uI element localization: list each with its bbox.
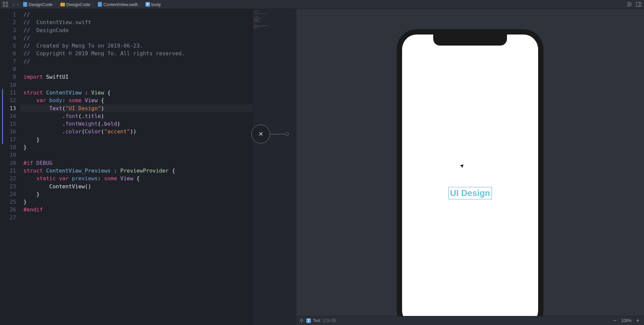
breadcrumb-item[interactable]: DesignCode: [23, 2, 53, 7]
line-number: 2: [0, 18, 16, 26]
code-line[interactable]: }: [20, 136, 253, 143]
line-number: 19: [0, 151, 16, 159]
element-type-icon: T: [306, 318, 311, 323]
code-line[interactable]: // DesignCode: [20, 26, 253, 34]
code-line[interactable]: }: [20, 198, 253, 206]
preview-canvas[interactable]: UI Design ➤: [296, 9, 644, 316]
code-line[interactable]: [20, 214, 253, 221]
file-icon: [23, 2, 27, 7]
line-number: 4: [0, 34, 16, 42]
code-line[interactable]: [20, 65, 253, 73]
close-control-handle: ✕: [251, 125, 289, 143]
breadcrumb-label: ContentView.swift: [103, 2, 137, 7]
code-line[interactable]: static var previews: some View {: [20, 175, 253, 182]
preview-status-bar: T Text 123×35 − 100% +: [296, 316, 644, 325]
code-line[interactable]: ContentView(): [20, 183, 253, 190]
code-line[interactable]: var body: some View {: [20, 96, 253, 104]
code-line[interactable]: #endif: [20, 206, 253, 213]
code-line[interactable]: struct ContentView : View {: [20, 89, 253, 96]
code-line[interactable]: // ContentView.swift: [20, 18, 253, 26]
line-number: 26: [0, 206, 16, 213]
breadcrumb-separator: 〉: [92, 1, 96, 7]
line-number: 10: [0, 81, 16, 89]
code-line[interactable]: Text("UI Design"): [20, 105, 253, 112]
code-line[interactable]: import SwiftUI: [20, 73, 253, 81]
element-type-label: Text: [313, 318, 320, 323]
code-line[interactable]: //: [20, 34, 253, 42]
line-number: 27: [0, 214, 16, 221]
nav-right-controls: [627, 2, 641, 7]
code-line[interactable]: }: [20, 143, 253, 151]
svg-rect-8: [636, 2, 641, 6]
line-number: 18: [0, 143, 16, 151]
code-line[interactable]: #if DEBUG: [20, 159, 253, 167]
phone-frame: UI Design ➤: [397, 29, 543, 316]
line-number: 20: [0, 159, 16, 167]
breadcrumb-item[interactable]: DesignCode: [60, 2, 90, 7]
zoom-controls: − 100% +: [612, 318, 641, 324]
code-line[interactable]: [20, 81, 253, 89]
code-line[interactable]: // Created by Meng To on 2019-06-23.: [20, 42, 253, 50]
line-number: 23: [0, 183, 16, 190]
line-number: 5: [0, 42, 16, 50]
element-size-label: 123×35: [322, 318, 336, 323]
view-grid-icon[interactable]: [3, 2, 8, 7]
file-icon: [98, 2, 102, 7]
line-number: 22: [0, 175, 16, 182]
code-line[interactable]: //: [20, 11, 253, 18]
svg-rect-3: [6, 5, 8, 7]
preview-pane: UI Design ➤ T Text 123×35 − 100% +: [296, 9, 644, 325]
line-number: 6: [0, 50, 16, 57]
pin-icon[interactable]: [300, 319, 304, 323]
breadcrumb-label: DesignCode: [66, 2, 90, 7]
breadcrumb: DesignCode〉DesignCode〉ContentView.swift〉…: [23, 1, 161, 7]
code-line[interactable]: // Copyright © 2019 Meng To. All rights …: [20, 50, 253, 57]
breadcrumb-separator: 〉: [54, 1, 59, 7]
breadcrumb-separator: 〉: [139, 1, 144, 7]
editor-pane[interactable]: 1234567891011121314151617181920212223242…: [0, 9, 296, 325]
line-number: 25: [0, 198, 16, 206]
line-number: 9: [0, 73, 16, 81]
line-number: 24: [0, 190, 16, 198]
code-line[interactable]: //: [20, 58, 253, 65]
phone-screen[interactable]: UI Design ➤: [402, 35, 538, 316]
related-items-icon[interactable]: [627, 2, 633, 7]
line-number: 3: [0, 26, 16, 34]
back-arrow[interactable]: ‹: [11, 2, 16, 7]
handle-endpoint[interactable]: [285, 132, 289, 136]
top-nav-bar: ‹ › DesignCode〉DesignCode〉ContentView.sw…: [0, 0, 644, 9]
minimap[interactable]: //// ContentView.swift// DesignCode//// …: [253, 9, 296, 325]
line-number: 7: [0, 58, 16, 65]
folder-icon: [60, 3, 65, 6]
svg-rect-0: [3, 2, 5, 4]
code-line[interactable]: }: [20, 190, 253, 198]
code-line[interactable]: .color(Color("accent")): [20, 128, 253, 135]
main-content: 1234567891011121314151617181920212223242…: [0, 9, 644, 325]
code-line[interactable]: .fontWeight(.bold): [20, 120, 253, 128]
minimap-content: //// ContentView.swift// DesignCode//// …: [254, 10, 294, 31]
line-number: 21: [0, 167, 16, 175]
svg-rect-4: [628, 2, 629, 6]
close-button[interactable]: ✕: [251, 125, 270, 143]
breadcrumb-label: body: [151, 2, 161, 7]
forward-arrow[interactable]: ›: [16, 2, 20, 7]
zoom-level-label: 100%: [621, 318, 632, 323]
code-line[interactable]: [20, 151, 253, 159]
zoom-out-button[interactable]: −: [612, 318, 618, 324]
change-indicator-bar: [2, 89, 3, 144]
line-number: 8: [0, 65, 16, 73]
line-number: 1: [0, 11, 16, 18]
cursor-icon: ➤: [458, 162, 466, 170]
property-icon: P: [145, 2, 150, 7]
code-line[interactable]: .font(.title): [20, 112, 253, 120]
breadcrumb-item[interactable]: ContentView.swift: [98, 2, 137, 7]
code-area[interactable]: //// ContentView.swift// DesignCode//// …: [20, 9, 253, 325]
phone-notch: [433, 35, 507, 46]
split-editor-icon[interactable]: [636, 2, 641, 7]
breadcrumb-item[interactable]: Pbody: [145, 2, 161, 7]
code-line[interactable]: struct ContentView_Previews : PreviewPro…: [20, 167, 253, 175]
preview-text-element[interactable]: UI Design: [448, 187, 492, 199]
zoom-in-button[interactable]: +: [635, 318, 641, 324]
breadcrumb-label: DesignCode: [28, 2, 53, 7]
handle-connector: [270, 134, 285, 134]
